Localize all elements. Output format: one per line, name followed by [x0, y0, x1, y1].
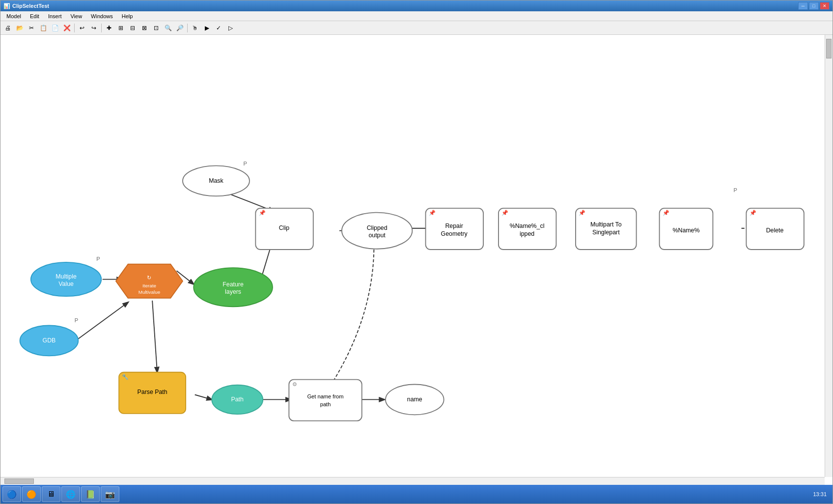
node-feature-label1: Feature	[222, 281, 244, 288]
node-parsepath-label1: Parse Path	[138, 389, 167, 395]
toolbar-sep-1	[74, 24, 75, 32]
canvas-area[interactable]: P P P P	[0, 35, 833, 485]
node-gdb-label: GDB	[43, 337, 56, 344]
taskbar-clock: 13:31	[809, 491, 831, 497]
toolbar-save[interactable]: ✂	[26, 23, 37, 33]
window-title: ClipSelectTest	[12, 3, 49, 9]
node-getname-label1: Get name from	[307, 393, 343, 399]
node-feature-label2: layers	[225, 288, 241, 295]
node-multiple-label1: Multiple	[56, 273, 77, 280]
node-multipart-label2: Singlepart	[592, 229, 620, 236]
title-bar: 📊 ClipSelectTest ─ □ ✕	[0, 0, 833, 11]
nameclipped-pin-icon: 📌	[501, 209, 508, 216]
toolbar: 🖨 📂 ✂ 📋 📄 ❌ ↩ ↪ ✚ ⊞ ⊟ ⊠ ⊡ 🔍 🔎 🖱 ▶ ✓ ▷	[0, 21, 833, 35]
p-label-mask: P	[244, 161, 247, 167]
toolbar-new[interactable]: 🖨	[2, 23, 13, 33]
parsepath-tool-icon: 🔧	[122, 373, 129, 380]
toolbar-zoom-in[interactable]: 🔍	[163, 23, 173, 33]
edge-iterate-parsepath	[152, 301, 157, 372]
title-bar-left: 📊 ClipSelectTest	[3, 3, 49, 9]
node-delete-label: Delete	[766, 227, 784, 234]
toolbar-copy[interactable]: 📋	[38, 23, 49, 33]
node-clipped-output-label1: Clipped	[367, 224, 388, 231]
node-clipped-output-label2: output	[368, 232, 386, 239]
close-button[interactable]: ✕	[820, 2, 830, 10]
toolbar-grid3[interactable]: ⊠	[139, 23, 150, 33]
node-getname-label2: path	[320, 401, 331, 407]
toolbar-play[interactable]: ▷	[225, 23, 236, 33]
node-name-label: name	[407, 396, 422, 403]
scrollbar-horizontal[interactable]	[0, 477, 825, 485]
toolbar-redo[interactable]: ↪	[88, 23, 99, 33]
edge-gdb-iterate	[78, 303, 128, 339]
main-window: 📊 ClipSelectTest ─ □ ✕ Model Edit Insert…	[0, 0, 833, 504]
menu-help[interactable]: Help	[118, 12, 137, 20]
menu-view[interactable]: View	[66, 12, 86, 20]
scroll-thumb-vertical[interactable]	[826, 39, 832, 58]
menu-insert[interactable]: Insert	[44, 12, 66, 20]
p-label-gdb: P	[75, 317, 78, 323]
node-namepct-label: %Name%	[673, 227, 700, 234]
window-icon: 📊	[3, 3, 10, 9]
toolbar-select[interactable]: 🖱	[190, 23, 200, 33]
maximize-button[interactable]: □	[809, 2, 819, 10]
toolbar-delete[interactable]: ❌	[61, 23, 72, 33]
toolbar-undo[interactable]: ↩	[77, 23, 87, 33]
taskbar-excel[interactable]: 📗	[81, 486, 100, 502]
edge-parsepath-path	[195, 395, 212, 400]
toolbar-paste[interactable]: 📄	[50, 23, 60, 33]
toolbar-open[interactable]: 📂	[14, 23, 25, 33]
getname-tool-icon: ⚙	[292, 381, 297, 387]
delete-pin-icon: 📌	[750, 209, 756, 216]
toolbar-grid1[interactable]: ⊞	[115, 23, 126, 33]
namepct-pin-icon: 📌	[663, 209, 669, 216]
toolbar-sep-3	[187, 24, 188, 32]
node-nameclipped-label2: ipped	[520, 230, 534, 237]
taskbar-outlook[interactable]: 🟠	[22, 486, 41, 502]
node-mask-label: Mask	[209, 177, 223, 184]
taskbar-skype[interactable]: 🔵	[2, 486, 21, 502]
node-nameclipped-label1: %Name%_cl	[510, 223, 545, 229]
menu-bar: Model Edit Insert View Windows Help	[0, 11, 833, 21]
toolbar-zoom-out[interactable]: 🔎	[174, 23, 185, 33]
taskbar-ie[interactable]: 🌐	[61, 486, 80, 502]
toolbar-grid4[interactable]: ⊡	[151, 23, 162, 33]
menu-model[interactable]: Model	[2, 12, 25, 20]
toolbar-grid2[interactable]: ⊟	[127, 23, 138, 33]
menu-edit[interactable]: Edit	[26, 12, 43, 20]
toolbar-check[interactable]: ✓	[213, 23, 224, 33]
repair-pin-icon: 📌	[429, 209, 436, 216]
minimize-button[interactable]: ─	[798, 2, 808, 10]
edge-clipped-getname-dashed	[326, 245, 374, 393]
title-bar-controls: ─ □ ✕	[798, 2, 830, 10]
node-get-name[interactable]	[289, 380, 361, 421]
diagram-svg: P P P P	[0, 35, 833, 485]
taskbar-photo[interactable]: 📷	[101, 486, 119, 502]
node-iterate-label2: Multivalue	[139, 289, 161, 295]
toolbar-sep-2	[101, 24, 102, 32]
node-multiple-label2: Value	[58, 280, 74, 287]
p-label-name: P	[733, 187, 737, 193]
iterate-cycle-icon: ↻	[147, 275, 151, 280]
clip-pin-icon: 📌	[259, 209, 266, 216]
p-label-multiple: P	[96, 256, 100, 262]
node-multipart-label1: Multipart To	[590, 221, 622, 228]
node-clip-label: Clip	[279, 224, 289, 231]
toolbar-add[interactable]: ✚	[104, 23, 114, 33]
multipart-pin-icon: 📌	[579, 209, 585, 216]
scroll-thumb-horizontal[interactable]	[4, 478, 34, 484]
toolbar-run[interactable]: ▶	[201, 23, 212, 33]
menu-windows[interactable]: Windows	[87, 12, 117, 20]
taskbar: 🔵 🟠 🖥 🌐 📗 📷 13:31	[0, 485, 833, 504]
node-iterate-label1: Iterate	[142, 283, 157, 288]
node-repair-label1: Repair	[445, 223, 463, 229]
node-path-label: Path	[231, 396, 244, 403]
scrollbar-vertical[interactable]	[825, 35, 833, 477]
taskbar-explorer[interactable]: 🖥	[42, 486, 60, 502]
node-repair-label2: Geometry	[441, 230, 468, 237]
